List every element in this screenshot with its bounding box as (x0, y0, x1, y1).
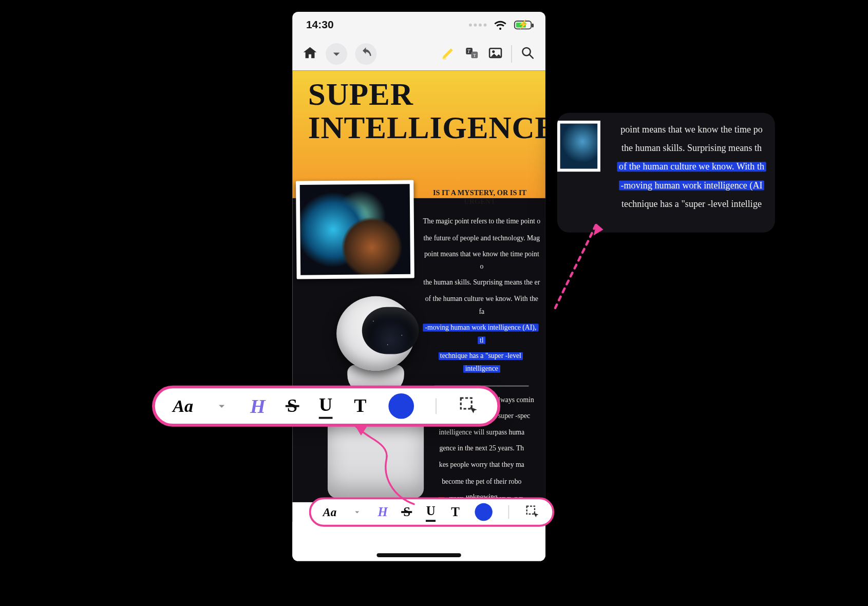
home-icon[interactable] (302, 45, 318, 63)
highlighter-icon[interactable] (441, 45, 457, 63)
strikethrough-button[interactable]: S (403, 504, 410, 520)
highlight-button[interactable]: H (250, 395, 266, 418)
highlight-button[interactable]: H (378, 504, 387, 520)
font-style-button[interactable]: Aa (323, 505, 336, 520)
phone-frame: 14:30 ⚡ (292, 12, 545, 561)
highlighted-text[interactable]: technique has a "super -level intelligen… (438, 352, 523, 372)
svg-point-7 (522, 48, 530, 55)
chevron-down-button[interactable] (326, 43, 347, 65)
format-toolbar-callout: Aa H S U T (152, 386, 500, 427)
highlighted-text: of the human culture we know. With th (617, 162, 766, 172)
cell-signal-icon (469, 23, 486, 26)
article-title-2: INTELLIGENCE (308, 109, 545, 145)
text-style-icon[interactable]: TT (464, 45, 480, 63)
article-title-1: SUPER (308, 77, 413, 112)
nebula-thumb (557, 121, 600, 172)
undo-button[interactable] (355, 43, 376, 65)
font-style-button[interactable]: Aa (173, 396, 193, 416)
home-indicator (376, 553, 461, 557)
area-select-button[interactable] (525, 504, 541, 520)
article-column: The magic point refers to the time point… (422, 216, 541, 508)
search-icon[interactable] (520, 45, 536, 63)
top-toolbar: TT (292, 37, 545, 71)
color-swatch[interactable] (475, 503, 493, 521)
chevron-down-icon[interactable] (352, 507, 362, 517)
squiggly-button[interactable]: T (451, 504, 460, 520)
divider (508, 505, 510, 518)
wifi-icon (493, 16, 508, 32)
article-hero: SUPER INTELLIGENCE (292, 71, 545, 198)
area-select-button[interactable] (458, 395, 479, 417)
image-icon[interactable] (487, 45, 503, 63)
magnifier-popover: point means that we know the time po the… (557, 113, 775, 233)
highlighted-text[interactable]: -moving human work intelligence (AI), tl (423, 324, 539, 344)
article-body[interactable]: SUPER INTELLIGENCE IS IT A MYSTERY, OR I… (292, 71, 545, 522)
statusbar: 14:30 ⚡ (292, 12, 545, 37)
svg-text:T: T (473, 53, 476, 58)
strikethrough-button[interactable]: S (287, 395, 297, 417)
battery-icon: ⚡ (514, 20, 532, 29)
toolbar-divider (511, 45, 512, 63)
highlighted-text: -moving human work intelligence (AI (619, 180, 765, 190)
article-kicker: IS IT A MYSTERY, OR IS IT URGENT (418, 188, 542, 206)
divider (435, 398, 436, 414)
svg-point-6 (492, 50, 495, 53)
svg-rect-0 (442, 58, 446, 60)
underline-button[interactable]: U (319, 394, 332, 419)
chevron-down-icon[interactable] (215, 399, 229, 413)
color-swatch[interactable] (388, 393, 414, 419)
underline-button[interactable]: U (426, 503, 436, 521)
squiggly-button[interactable]: T (354, 395, 366, 417)
format-toolbar-small: Aa H S U T (309, 497, 555, 526)
nebula-image (296, 180, 414, 279)
statusbar-time: 14:30 (306, 18, 334, 30)
